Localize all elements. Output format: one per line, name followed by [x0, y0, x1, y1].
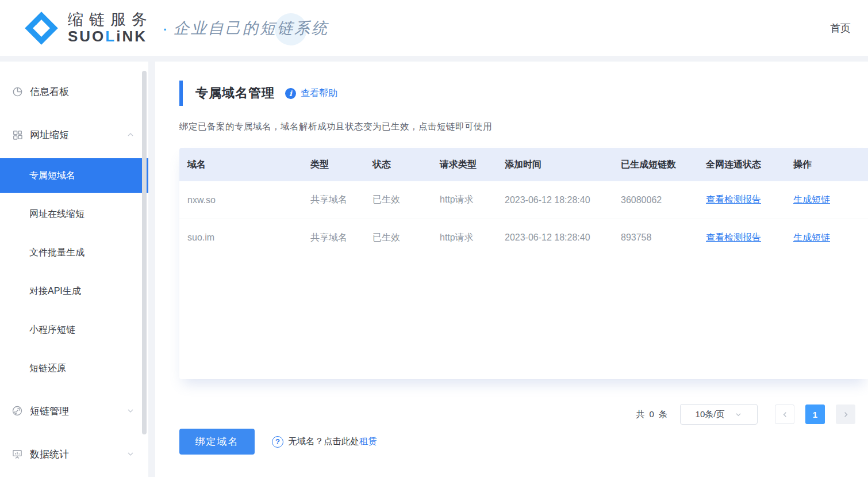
- page-description: 绑定已备案的专属域名，域名解析成功且状态变为已生效，点击短链即可使用: [179, 121, 868, 133]
- column-header-domain: 域名: [187, 159, 310, 171]
- chevron-down-icon: [126, 407, 135, 415]
- question-icon: ?: [272, 436, 283, 448]
- sidebar-subitem-online-shorten[interactable]: 网址在线缩短: [0, 197, 148, 231]
- view-help-link[interactable]: 查看帮助: [301, 87, 337, 100]
- pie-chart-icon: [11, 86, 23, 97]
- title-accent-bar: [179, 81, 183, 106]
- logo[interactable]: 缩链服务 SUOLiNK: [23, 10, 153, 47]
- sidebar: 信息看板 网址缩短 专属短域名 网址在线缩短 文件批量生成 对接API生成 小程…: [0, 62, 148, 477]
- page-title-row: 专属域名管理 i 查看帮助: [179, 81, 868, 106]
- cell-request-type: http请求: [440, 194, 505, 206]
- cell-request-type: http请求: [440, 232, 505, 244]
- next-page-button[interactable]: [836, 405, 855, 424]
- prev-page-button[interactable]: [775, 405, 794, 424]
- app-header: 缩链服务 SUOLiNK · 企业自己的短链系统 首页: [0, 0, 868, 56]
- sidebar-scrollbar[interactable]: [142, 71, 147, 434]
- tagline-text: 企业自己的短链系统: [174, 18, 329, 39]
- sidebar-item-url-shorten[interactable]: 网址缩短: [0, 121, 148, 148]
- page-size-value: 10条/页: [696, 409, 725, 420]
- sidebar-subitem-restore[interactable]: 短链还原: [0, 351, 148, 386]
- generate-link-action[interactable]: 生成短链: [793, 232, 830, 242]
- cell-link-count: 36080062: [621, 195, 706, 205]
- table-row: nxw.so 共享域名 已生效 http请求 2023-06-12 18:28:…: [179, 181, 868, 219]
- logo-en-post: iNK: [116, 28, 147, 45]
- page-title: 专属域名管理: [195, 85, 275, 102]
- logo-text: 缩链服务 SUOLiNK: [68, 12, 153, 44]
- column-header-actions: 操作: [793, 159, 868, 171]
- info-icon: i: [285, 88, 296, 99]
- logo-english: SUOLiNK: [68, 29, 153, 44]
- sidebar-item-dashboard[interactable]: 信息看板: [0, 78, 148, 105]
- sidebar-subitem-batch-file[interactable]: 文件批量生成: [0, 235, 148, 270]
- sidebar-item-label: 信息看板: [30, 85, 69, 98]
- sidebar-subitem-miniprogram[interactable]: 小程序短链: [0, 312, 148, 347]
- domain-table: 域名 类型 状态 请求类型 添加时间 已生成短链数 全网连通状态 操作 nxw.…: [179, 148, 868, 379]
- cell-domain: nxw.so: [187, 195, 310, 205]
- sidebar-subitem-api[interactable]: 对接API生成: [0, 274, 148, 308]
- rent-domain-link[interactable]: 租赁: [359, 436, 377, 448]
- column-header-status: 状态: [372, 159, 440, 171]
- sidebar-item-label: 网址缩短: [30, 128, 69, 142]
- cell-type: 共享域名: [310, 232, 372, 244]
- column-header-connectivity: 全网连通状态: [706, 159, 793, 171]
- nav-home-link[interactable]: 首页: [830, 22, 851, 34]
- column-header-link-count: 已生成短链数: [621, 159, 706, 171]
- tagline: · 企业自己的短链系统: [162, 10, 329, 47]
- tagline-dot: ·: [162, 18, 168, 38]
- view-report-link[interactable]: 查看检测报告: [706, 232, 761, 242]
- column-header-request-type: 请求类型: [440, 159, 505, 171]
- sidebar-subitem-exclusive-domain[interactable]: 专属短域名: [0, 158, 148, 193]
- table-header-row: 域名 类型 状态 请求类型 添加时间 已生成短链数 全网连通状态 操作: [179, 148, 868, 181]
- view-report-link[interactable]: 查看检测报告: [706, 194, 761, 204]
- cell-status: 已生效: [372, 232, 440, 244]
- cell-domain: suo.im: [187, 232, 310, 243]
- presentation-board-icon: [11, 448, 23, 460]
- grid-icon: [11, 129, 23, 140]
- chevron-right-icon: [842, 411, 850, 418]
- sidebar-item-label: 短链管理: [30, 405, 69, 418]
- cell-status: 已生效: [372, 194, 440, 206]
- cell-added-time: 2023-06-12 18:28:40: [505, 195, 621, 205]
- pagination-total: 共 0 条: [636, 409, 669, 420]
- column-header-added-time: 添加时间: [505, 159, 621, 171]
- chevron-up-icon: [126, 131, 135, 139]
- page-size-select[interactable]: 10条/页: [680, 404, 758, 425]
- cell-link-count: 893758: [621, 232, 706, 243]
- table-row: suo.im 共享域名 已生效 http请求 2023-06-12 18:28:…: [179, 219, 868, 256]
- header-nav: 首页: [830, 21, 851, 35]
- generate-link-action[interactable]: 生成短链: [793, 194, 830, 204]
- cell-added-time: 2023-06-12 18:28:40: [505, 232, 621, 243]
- bottom-actions: 绑定域名 ? 无域名？点击此处 租赁: [179, 429, 868, 455]
- cell-type: 共享域名: [310, 194, 372, 206]
- chevron-down-icon: [735, 411, 742, 418]
- bind-domain-button[interactable]: 绑定域名: [179, 429, 255, 455]
- sidebar-item-statistics[interactable]: 数据统计: [0, 440, 148, 468]
- page-number-button[interactable]: 1: [805, 405, 825, 424]
- column-header-type: 类型: [310, 159, 372, 171]
- link-circle-icon: [11, 405, 23, 417]
- chevron-down-icon: [126, 450, 135, 458]
- logo-en-pre: SUO: [68, 28, 105, 45]
- pagination: 共 0 条 10条/页 1: [179, 404, 868, 425]
- chevron-left-icon: [781, 411, 789, 418]
- no-domain-text: 无域名？点击此处: [288, 436, 359, 448]
- sidebar-item-link-manage[interactable]: 短链管理: [0, 397, 148, 425]
- sidebar-submenu-url-shorten: 专属短域名 网址在线缩短 文件批量生成 对接API生成 小程序短链 短链还原: [0, 158, 148, 386]
- table-empty-area: [179, 256, 868, 379]
- logo-en-accent: L: [105, 28, 116, 45]
- suolink-logo-icon: [23, 10, 60, 47]
- sidebar-item-label: 数据统计: [30, 448, 69, 461]
- logo-chinese: 缩链服务: [68, 12, 153, 29]
- main-content: 专属域名管理 i 查看帮助 绑定已备案的专属域名，域名解析成功且状态变为已生效，…: [155, 62, 868, 477]
